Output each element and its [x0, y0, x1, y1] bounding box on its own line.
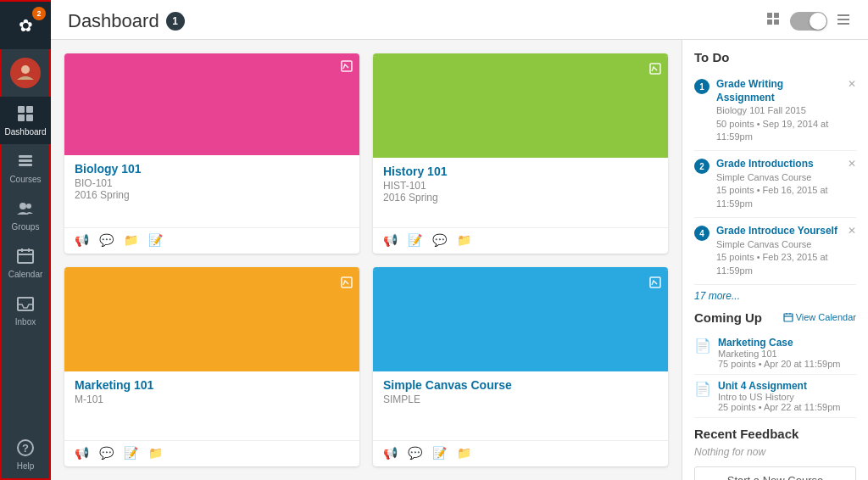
todo-content-3: Grade Introduce Yourself Simple Canvas C…: [716, 225, 837, 277]
todo-close-1[interactable]: ✕: [848, 78, 856, 90]
coming-item-icon-2: 📄: [694, 381, 711, 397]
chat-icon-simple[interactable]: 💬: [408, 446, 422, 460]
assignment-icon-simple[interactable]: 📝: [432, 446, 447, 460]
sidebar-item-groups[interactable]: Groups: [0, 192, 51, 239]
calendar-icon: [16, 247, 35, 268]
sidebar-item-courses-label: Courses: [9, 176, 41, 184]
sidebar-item-account[interactable]: [0, 49, 51, 97]
folder-icon-mkt101[interactable]: 📁: [148, 446, 163, 460]
dashboard-icon: [16, 104, 35, 126]
course-card-body-mkt101: Marketing 101 M-101: [64, 371, 359, 441]
folder-icon-hist101[interactable]: 📁: [457, 233, 471, 247]
chat-icon-bio101[interactable]: 💬: [99, 233, 114, 247]
header-badge: 1: [166, 12, 185, 31]
todo-sub-3: Simple Canvas Course 15 points • Feb 23,…: [716, 238, 837, 277]
avatar: [10, 58, 41, 88]
announce-icon-simple[interactable]: 📢: [383, 446, 398, 460]
edit-icon-simple[interactable]: [649, 276, 661, 291]
course-card-mkt101[interactable]: Marketing 101 M-101 📢 💬 📝 📁: [64, 267, 359, 467]
nothing-text: Nothing for now: [694, 446, 856, 458]
course-card-image-simple: [373, 270, 668, 371]
svg-rect-3: [18, 114, 25, 121]
course-card-body-bio101: Biology 101 BIO-101 2016 Spring: [64, 155, 359, 227]
sidebar-logo[interactable]: ✿ 2: [0, 2, 51, 49]
menu-icon[interactable]: [836, 12, 851, 31]
todo-close-3[interactable]: ✕: [848, 225, 856, 237]
todo-sub-2: Simple Canvas Course 15 points • Feb 16,…: [716, 171, 837, 210]
folder-icon-simple[interactable]: 📁: [457, 446, 471, 460]
course-card-actions-bio101: 📢 💬 📁 📝: [64, 227, 359, 254]
folder-icon-bio101[interactable]: 📁: [124, 233, 138, 247]
coming-item-title-2[interactable]: Unit 4 Assignment: [718, 380, 841, 392]
view-calendar-link[interactable]: View Calendar: [783, 312, 856, 322]
edit-icon-hist101[interactable]: [649, 63, 661, 77]
sidebar: ✿ 2 Dashboard: [0, 0, 51, 480]
todo-title-2[interactable]: Grade Introductions: [716, 158, 837, 171]
sidebar-item-dashboard[interactable]: Dashboard: [0, 97, 51, 144]
announce-icon-hist101[interactable]: 📢: [383, 233, 398, 247]
right-panel: To Do 1 Grade Writing Assignment Biology…: [682, 40, 868, 480]
todo-num-2: 2: [694, 159, 709, 174]
start-new-course-button[interactable]: Start a New Course: [694, 466, 856, 480]
toggle-knob: [810, 13, 826, 30]
todo-num-1: 1: [694, 79, 709, 94]
svg-point-8: [19, 203, 26, 209]
course-card-body-simple: Simple Canvas Course SIMPLE: [373, 371, 668, 441]
course-name-mkt101: Marketing 101: [75, 378, 349, 392]
assignment-icon-mkt101[interactable]: 📝: [124, 446, 138, 460]
groups-icon: [16, 199, 35, 220]
course-code-simple: SIMPLE: [383, 393, 658, 405]
todo-num-3: 4: [694, 226, 709, 241]
grid-view-icon[interactable]: [766, 12, 782, 31]
coming-item-title-1[interactable]: Marketing Case: [718, 337, 841, 349]
sidebar-item-inbox[interactable]: Inbox: [0, 287, 51, 334]
chat-icon-mkt101[interactable]: 💬: [99, 446, 114, 460]
calendar-small-icon: [783, 312, 793, 322]
todo-title-1[interactable]: Grade Writing Assignment: [716, 78, 837, 104]
svg-point-0: [21, 65, 30, 74]
sidebar-item-courses[interactable]: Courses: [0, 144, 51, 192]
course-card-actions-mkt101: 📢 💬 📝 📁: [64, 440, 359, 466]
course-card-image-bio101: [64, 53, 359, 155]
assignment-icon-hist101[interactable]: 📝: [408, 233, 422, 247]
coming-up-title: Coming Up: [694, 310, 762, 325]
course-name-hist101: History 101: [383, 165, 658, 178]
page-title: Dashboard: [68, 10, 159, 32]
chat-icon-hist101[interactable]: 💬: [432, 233, 447, 247]
announce-icon-mkt101[interactable]: 📢: [75, 446, 89, 460]
todo-close-2[interactable]: ✕: [848, 158, 856, 170]
sidebar-item-groups-label: Groups: [12, 223, 40, 232]
course-code-mkt101: M-101: [75, 393, 349, 405]
notification-badge: 2: [32, 7, 46, 20]
sidebar-item-help[interactable]: ? Help: [0, 431, 51, 478]
sidebar-item-dashboard-label: Dashboard: [5, 128, 47, 137]
todo-content-2: Grade Introductions Simple Canvas Course…: [716, 158, 837, 210]
todo-title-3[interactable]: Grade Introduce Yourself: [716, 225, 837, 238]
help-icon: ?: [16, 438, 35, 460]
more-todo-link[interactable]: 17 more...: [694, 290, 856, 302]
announce-icon-bio101[interactable]: 📢: [75, 233, 89, 247]
course-card-actions-hist101: 📢 📝 💬 📁: [373, 227, 668, 254]
svg-rect-5: [19, 155, 32, 158]
svg-text:?: ?: [22, 442, 29, 455]
course-card-bio101[interactable]: Biology 101 BIO-101 2016 Spring 📢 💬 📁 📝: [64, 53, 359, 254]
coming-up-header: Coming Up View Calendar: [694, 310, 856, 325]
inbox-icon: [16, 294, 35, 315]
recent-feedback-title: Recent Feedback: [694, 427, 856, 441]
view-toggle[interactable]: [790, 12, 827, 31]
sidebar-item-calendar[interactable]: Calendar: [0, 239, 51, 287]
course-term-bio101: 2016 Spring: [75, 189, 349, 201]
course-card-simple[interactable]: Simple Canvas Course SIMPLE 📢 💬 📝 📁: [373, 267, 668, 467]
svg-rect-18: [774, 13, 779, 18]
assignment-icon-bio101[interactable]: 📝: [148, 233, 163, 247]
edit-icon-mkt101[interactable]: [341, 276, 353, 291]
svg-rect-10: [18, 250, 33, 263]
sidebar-item-help-label: Help: [17, 462, 35, 471]
course-card-hist101[interactable]: History 101 HIST-101 2016 Spring 📢 📝 💬 📁: [373, 53, 668, 254]
edit-icon-bio101[interactable]: [341, 60, 353, 75]
course-name-bio101: Biology 101: [75, 162, 349, 176]
coming-item-sub-1: Marketing 101 75 points • Apr 20 at 11:5…: [718, 349, 841, 369]
view-calendar-label: View Calendar: [796, 312, 856, 322]
todo-sub-1: Biology 101 Fall 2015 50 points • Sep 19…: [716, 104, 837, 143]
todo-content-1: Grade Writing Assignment Biology 101 Fal…: [716, 78, 837, 143]
